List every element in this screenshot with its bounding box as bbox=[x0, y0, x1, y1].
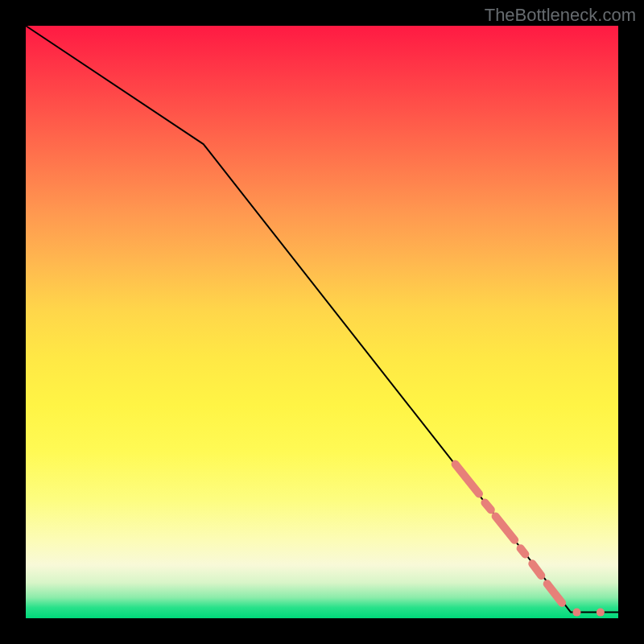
watermark-text: TheBottleneck.com bbox=[485, 5, 636, 26]
marker-dot bbox=[597, 609, 605, 617]
marker-dash bbox=[456, 464, 479, 494]
chart-frame: TheBottleneck.com bbox=[0, 0, 644, 644]
marker-dash bbox=[547, 584, 562, 603]
curve-layer bbox=[26, 26, 618, 613]
marker-dash bbox=[485, 503, 490, 510]
marker-layer bbox=[456, 464, 605, 617]
marker-dash bbox=[496, 516, 515, 539]
plot-area bbox=[26, 26, 618, 618]
marker-dash bbox=[532, 564, 541, 576]
marker-dash bbox=[521, 548, 526, 554]
marker-dot bbox=[573, 609, 581, 617]
chart-svg bbox=[26, 26, 618, 618]
bottleneck-curve bbox=[26, 26, 618, 613]
